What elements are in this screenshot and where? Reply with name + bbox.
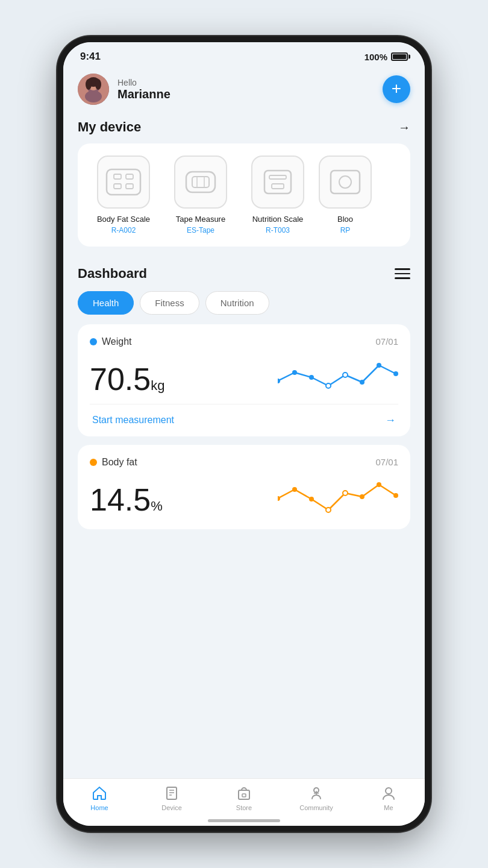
avatar-image — [78, 74, 109, 105]
nav-store-label: Store — [236, 804, 252, 811]
nutrition-scale-icon — [258, 166, 297, 198]
hamburger-line-2 — [395, 273, 410, 275]
svg-point-24 — [326, 383, 331, 388]
body-fat-date: 07/01 — [375, 457, 398, 467]
svg-rect-42 — [242, 794, 246, 797]
nav-community[interactable]: Community — [298, 785, 334, 811]
svg-point-32 — [326, 508, 331, 512]
weight-chart — [278, 351, 398, 399]
svg-rect-13 — [192, 177, 209, 187]
start-measurement-arrow: → — [385, 414, 396, 427]
device-name-4: Bloo — [337, 215, 353, 225]
body-fat-unit: % — [151, 498, 163, 514]
nav-home[interactable]: Home — [81, 785, 117, 811]
device-card-body-fat-scale[interactable]: Body Fat Scale R-A002 — [87, 156, 160, 234]
svg-point-35 — [377, 482, 381, 487]
weight-dot — [90, 338, 97, 345]
battery-text: 100% — [364, 52, 387, 62]
svg-point-31 — [309, 497, 314, 502]
avatar[interactable] — [78, 74, 109, 105]
svg-point-30 — [292, 487, 297, 492]
store-icon — [236, 785, 252, 802]
start-measurement-text: Start measurement — [92, 415, 174, 426]
nav-me[interactable]: Me — [371, 785, 407, 811]
svg-rect-16 — [264, 171, 291, 193]
start-measurement-button[interactable]: Start measurement → — [90, 404, 398, 436]
greeting-block: Hello Marianne — [117, 78, 170, 101]
scroll-content: Hello Marianne + My device → — [63, 66, 425, 826]
svg-point-3 — [85, 90, 102, 102]
svg-point-34 — [360, 494, 364, 499]
device-card-blood[interactable]: Bloo RP — [319, 156, 372, 234]
tab-nutrition[interactable]: Nutrition — [205, 291, 269, 315]
device-icon — [163, 785, 180, 802]
add-icon: + — [392, 80, 401, 97]
svg-rect-11 — [126, 184, 133, 189]
svg-point-6 — [95, 79, 101, 90]
svg-point-23 — [309, 375, 314, 380]
device-icon-box-2 — [174, 156, 227, 209]
svg-point-26 — [360, 380, 364, 385]
dashboard-section: Dashboard Health Fitness Nutrition W — [63, 256, 425, 529]
body-fat-label: Body fat — [90, 457, 137, 468]
hamburger-line-3 — [395, 277, 410, 279]
body-fat-card: Body fat 07/01 14.5% — [78, 445, 410, 529]
user-info: Hello Marianne — [78, 74, 170, 105]
header: Hello Marianne + — [63, 66, 425, 115]
device-name-3: Nutrition Scale — [252, 215, 304, 225]
svg-point-33 — [343, 491, 348, 495]
svg-point-22 — [292, 370, 297, 375]
nav-community-label: Community — [299, 804, 333, 811]
tab-fitness[interactable]: Fitness — [140, 291, 199, 315]
device-icon-box-3 — [251, 156, 304, 209]
blood-icon — [326, 166, 364, 198]
device-icon-box-4 — [319, 156, 372, 209]
svg-point-20 — [339, 176, 351, 188]
add-button[interactable]: + — [383, 75, 410, 103]
device-name-2: Tape Measure — [176, 215, 225, 225]
svg-rect-41 — [239, 790, 249, 799]
dashboard-header: Dashboard — [78, 266, 410, 281]
svg-point-27 — [377, 363, 381, 368]
nav-me-label: Me — [384, 804, 393, 811]
device-model-1: R-A002 — [111, 226, 136, 234]
body-fat-dot — [90, 459, 97, 466]
svg-rect-37 — [167, 787, 177, 799]
body-fat-header: Body fat 07/01 — [90, 457, 398, 468]
device-icon-box-1 — [97, 156, 150, 209]
battery-icon — [391, 52, 408, 61]
body-fat-scale-icon — [104, 166, 143, 198]
greeting-text: Hello — [117, 78, 170, 87]
svg-point-28 — [393, 371, 398, 376]
body-fat-value: 14.5% — [90, 483, 163, 517]
my-device-arrow[interactable]: → — [398, 121, 410, 134]
weight-unit: kg — [151, 378, 164, 393]
weight-header: Weight 07/01 — [90, 336, 398, 347]
nav-home-label: Home — [90, 804, 108, 811]
svg-rect-7 — [107, 169, 140, 195]
dashboard-title: Dashboard — [78, 266, 147, 281]
device-model-2: ES-Tape — [187, 226, 214, 234]
device-scroll[interactable]: Body Fat Scale R-A002 — [63, 143, 425, 256]
nav-device-label: Device — [161, 804, 182, 811]
device-card-tape-measure[interactable]: Tape Measure ES-Tape — [164, 156, 237, 234]
my-device-title: My device — [78, 119, 141, 135]
svg-rect-12 — [186, 172, 215, 192]
weight-date: 07/01 — [375, 336, 398, 347]
device-card-nutrition-scale[interactable]: Nutrition Scale R-T003 — [242, 156, 314, 234]
svg-rect-10 — [114, 184, 121, 189]
svg-point-46 — [386, 788, 392, 794]
community-icon — [308, 785, 325, 802]
device-name-1: Body Fat Scale — [97, 215, 150, 225]
username: Marianne — [117, 87, 170, 101]
svg-rect-18 — [272, 184, 284, 189]
weight-label: Weight — [90, 336, 132, 347]
status-time: 9:41 — [80, 51, 101, 63]
nav-store[interactable]: Store — [226, 785, 262, 811]
status-right: 100% — [364, 52, 408, 62]
nav-device[interactable]: Device — [154, 785, 190, 811]
me-icon — [380, 785, 397, 802]
hamburger-menu[interactable] — [395, 268, 410, 279]
tab-health[interactable]: Health — [78, 291, 134, 315]
svg-rect-9 — [126, 174, 133, 179]
